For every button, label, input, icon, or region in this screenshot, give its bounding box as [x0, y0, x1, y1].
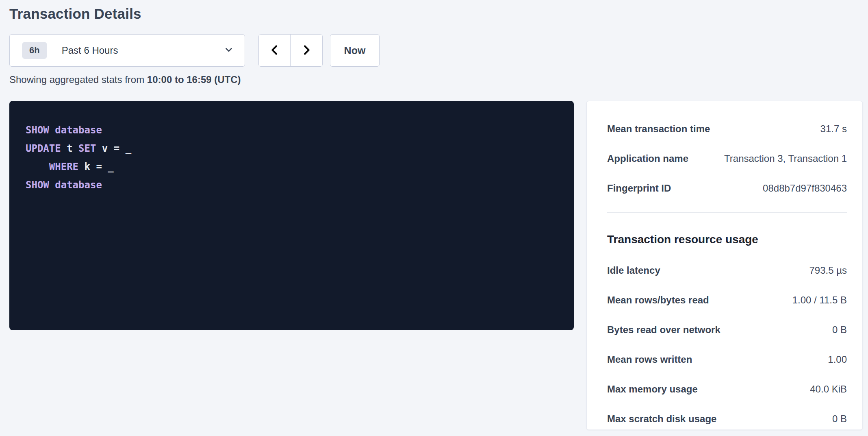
- detail-label: Mean rows/bytes read: [607, 294, 709, 306]
- summary-rows: Mean transaction time 31.7 s Application…: [607, 123, 847, 194]
- detail-row: Max scratch disk usage 0 B: [607, 413, 847, 425]
- chevron-down-icon: [224, 44, 234, 57]
- detail-label: Idle latency: [607, 265, 660, 276]
- prev-time-button[interactable]: [259, 35, 291, 66]
- detail-label: Mean transaction time: [607, 123, 710, 135]
- main-content-row: SHOW databaseUPDATE t SET v = _ WHERE k …: [9, 101, 863, 430]
- sql-code-line: UPDATE t SET v = _: [26, 140, 558, 158]
- detail-label: Mean rows written: [607, 354, 692, 365]
- stats-line-range: 10:00 to 16:59 (UTC): [147, 74, 241, 85]
- detail-row: Bytes read over network 0 B: [607, 324, 847, 336]
- sql-code-line: SHOW database: [26, 121, 558, 140]
- sql-code-line: WHERE k = _: [26, 158, 558, 176]
- panel-divider: [607, 212, 847, 213]
- detail-value: 08d8b7d97f830463: [763, 183, 847, 194]
- detail-row: Mean rows/bytes read 1.00 / 11.5 B: [607, 294, 847, 306]
- transaction-details-page: Transaction Details 6h Past 6 Hours: [0, 0, 868, 436]
- resource-usage-heading: Transaction resource usage: [607, 233, 847, 246]
- detail-row: Mean transaction time 31.7 s: [607, 123, 847, 135]
- detail-label: Application name: [607, 153, 688, 164]
- time-nav-group: [258, 34, 323, 67]
- detail-label: Max scratch disk usage: [607, 413, 716, 425]
- detail-row: Application name Transaction 3, Transact…: [607, 153, 847, 164]
- now-button[interactable]: Now: [330, 34, 380, 67]
- time-controls-row: 6h Past 6 Hours: [9, 34, 863, 67]
- chevron-left-icon: [269, 42, 281, 59]
- sql-code: SHOW databaseUPDATE t SET v = _ WHERE k …: [26, 121, 558, 194]
- detail-value: 0 B: [832, 324, 847, 336]
- detail-value: 0 B: [832, 413, 847, 425]
- detail-value: 31.7 s: [820, 123, 847, 135]
- page-title: Transaction Details: [9, 6, 863, 22]
- detail-label: Max memory usage: [607, 384, 698, 395]
- sql-code-line: SHOW database: [26, 176, 558, 194]
- resource-rows: Idle latency 793.5 µs Mean rows/bytes re…: [607, 265, 847, 425]
- detail-row: Max memory usage 40.0 KiB: [607, 384, 847, 395]
- detail-value: 793.5 µs: [809, 265, 847, 276]
- aggregated-stats-line: Showing aggregated stats from 10:00 to 1…: [9, 74, 863, 85]
- detail-row: Mean rows written 1.00: [607, 354, 847, 365]
- stats-line-prefix: Showing aggregated stats from: [9, 74, 147, 85]
- detail-row: Fingerprint ID 08d8b7d97f830463: [607, 183, 847, 194]
- detail-value: 1.00: [828, 354, 847, 365]
- detail-value: Transaction 3, Transaction 1: [724, 153, 847, 164]
- detail-value: 1.00 / 11.5 B: [792, 294, 847, 306]
- detail-label: Bytes read over network: [607, 324, 720, 336]
- transaction-details-panel: Mean transaction time 31.7 s Application…: [586, 101, 863, 430]
- time-range-dropdown[interactable]: 6h Past 6 Hours: [9, 34, 245, 67]
- detail-value: 40.0 KiB: [810, 384, 847, 395]
- detail-row: Idle latency 793.5 µs: [607, 265, 847, 276]
- chevron-right-icon: [300, 42, 312, 59]
- detail-label: Fingerprint ID: [607, 183, 671, 194]
- time-range-label: Past 6 Hours: [62, 45, 224, 56]
- time-range-badge: 6h: [22, 42, 47, 59]
- sql-statement-box: SHOW databaseUPDATE t SET v = _ WHERE k …: [9, 101, 574, 330]
- next-time-button[interactable]: [291, 35, 322, 66]
